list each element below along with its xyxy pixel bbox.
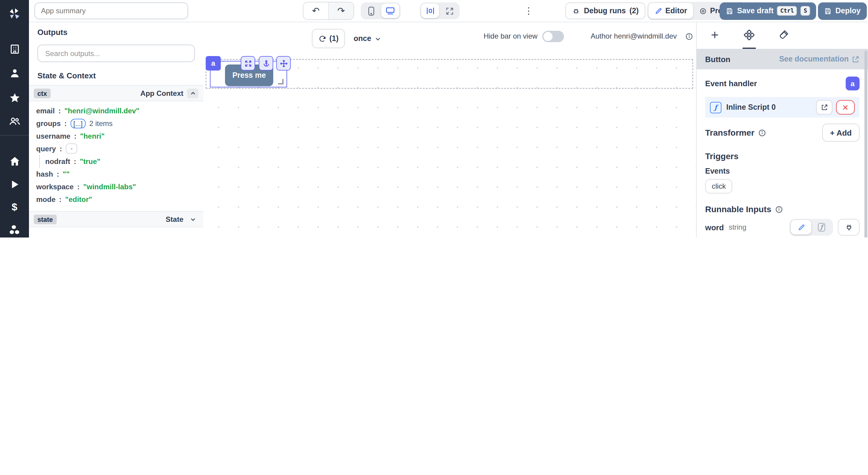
see-documentation-link[interactable]: See documentation [779, 55, 860, 63]
state-badge: state [34, 214, 56, 224]
canvas-grid[interactable]: a Press me − 100% + [203, 50, 697, 238]
input-mode-switch: ƒ [789, 219, 833, 236]
undo-button[interactable]: ↶ [303, 2, 328, 19]
component-settings-tab[interactable] [743, 22, 756, 49]
inline-script-name: Inline Script 0 [726, 103, 776, 111]
star-icon[interactable] [0, 89, 29, 107]
play-icon[interactable] [0, 175, 29, 194]
style-tab[interactable] [777, 22, 790, 49]
component-id-tab[interactable]: a [206, 56, 221, 71]
state-section-header[interactable]: state State [29, 211, 203, 227]
output-key: query [36, 144, 56, 153]
runnable-inputs-title: Runnable Inputs [705, 204, 771, 214]
remove-script-button[interactable]: ✕ [836, 100, 855, 114]
editor-tab[interactable]: Editor [648, 3, 693, 19]
kbd-s: S [801, 6, 810, 16]
move-handle-icon[interactable] [276, 56, 291, 71]
output-value: "henri" [80, 132, 104, 140]
output-value: "windmill-labs" [83, 182, 136, 191]
canvas-top-strip: (1) once Hide bar on view Author henri@w… [203, 22, 697, 50]
output-key: hash [36, 170, 53, 178]
settings-body: Event handler a ƒ Inline Script 0 ✕ Tran… [697, 69, 868, 238]
outputs-title: Outputs [29, 28, 203, 37]
open-script-button[interactable] [816, 100, 832, 114]
user-icon[interactable] [0, 64, 29, 82]
ctx-section-header[interactable]: ctx App Context [29, 85, 203, 101]
author-label: Author henri@windmill.dev [591, 32, 677, 40]
desktop-view-button[interactable] [381, 4, 399, 18]
insert-component-tab[interactable] [709, 22, 721, 49]
ctx-rows: email:"henri@windmill.dev"groups:[...]2 … [29, 101, 203, 211]
left-nav-rail: $ [0, 0, 29, 238]
function-icon: ƒ [710, 102, 721, 113]
ctx-badge: ctx [34, 88, 51, 98]
expand-handle-icon[interactable] [241, 56, 255, 71]
info-icon[interactable] [758, 129, 766, 137]
output-value: "" [63, 170, 70, 178]
info-icon[interactable] [685, 32, 693, 40]
editor-tab-label: Editor [665, 7, 687, 15]
device-toggle [361, 2, 401, 19]
scrollbar-thumb[interactable] [864, 50, 867, 238]
output-key: email [36, 106, 55, 115]
workspace-icon[interactable] [0, 40, 29, 58]
debug-runs-label: Debug runs [584, 7, 626, 15]
add-transformer-button[interactable]: + Add [822, 124, 860, 142]
info-icon[interactable] [775, 205, 783, 213]
dollar-icon[interactable]: $ [0, 198, 29, 216]
output-row: query:- [36, 142, 197, 155]
expand-layout-button[interactable] [440, 4, 459, 18]
chevron-down-icon [375, 35, 381, 42]
click-event-pill[interactable]: click [705, 179, 733, 194]
output-value: "henri@windmill.dev" [64, 106, 140, 115]
chevron-up-icon[interactable] [187, 88, 198, 98]
inline-script-row[interactable]: ƒ Inline Script 0 ✕ [705, 97, 860, 117]
deploy-button[interactable]: Deploy [818, 2, 867, 20]
output-row: hash:"" [36, 168, 197, 180]
debug-runs-count: (2) [629, 7, 639, 15]
component-type: Button [705, 55, 731, 64]
static-mode-pencil-icon[interactable] [791, 220, 811, 235]
events-label: Events [705, 167, 860, 175]
app-summary-input[interactable] [34, 2, 188, 19]
hide-bar-label: Hide bar on view [484, 32, 537, 40]
debug-runs-button[interactable]: Debug runs (2) [565, 2, 645, 19]
rail-divider [0, 135, 29, 136]
cubes-icon[interactable] [0, 220, 29, 238]
chevron-down-icon[interactable] [187, 214, 198, 224]
event-handler-label: Event handler [705, 79, 757, 88]
search-outputs-input[interactable] [44, 48, 188, 58]
output-row: groups:[...]2 items [36, 117, 197, 130]
search-outputs-box [37, 45, 195, 62]
output-value[interactable]: [...] [70, 118, 86, 128]
hide-bar-toggle[interactable] [542, 30, 564, 42]
redo-button[interactable]: ↷ [328, 2, 353, 19]
refresh-mode-select[interactable]: once [354, 34, 381, 43]
more-menu-button[interactable]: ⋮ [522, 5, 536, 16]
component-a-badge: a [846, 76, 860, 91]
output-key: mode [36, 195, 56, 203]
save-draft-button[interactable]: Save draft Ctrl S [720, 2, 816, 20]
center-layout-button[interactable] [421, 4, 439, 18]
expression-mode-icon[interactable]: ƒ [811, 220, 832, 235]
triggers-title: Triggers [705, 151, 860, 161]
output-key: username [36, 132, 70, 140]
save-draft-label: Save draft [737, 7, 774, 15]
mobile-view-button[interactable] [362, 4, 380, 18]
outputs-panel: Outputs State & Context ctx App Context … [29, 22, 204, 238]
refresh-button[interactable]: (1) [312, 29, 345, 48]
output-row: username:"henri" [36, 130, 197, 142]
windmill-logo[interactable] [0, 5, 29, 23]
users-icon[interactable] [0, 112, 29, 130]
deploy-label: Deploy [835, 7, 861, 15]
home-icon[interactable] [0, 152, 29, 170]
anchor-handle-icon[interactable] [259, 56, 273, 71]
top-toolbar: ↶ ↷ ⋮ Debug runs (2) [29, 0, 868, 22]
refresh-count: (1) [329, 34, 339, 43]
output-key: groups [36, 119, 61, 128]
app-canvas: (1) once Hide bar on view Author henri@w… [203, 22, 697, 238]
resize-handle[interactable] [278, 79, 283, 84]
transformer-label: Transformer [705, 128, 754, 137]
kbd-ctrl: Ctrl [777, 6, 797, 16]
connect-icon[interactable] [838, 219, 860, 236]
